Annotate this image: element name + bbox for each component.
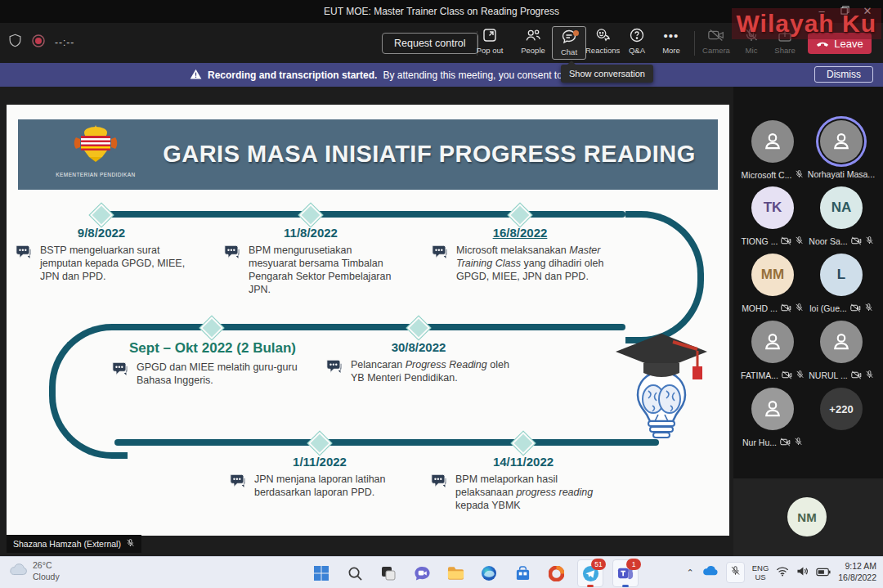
battery-icon[interactable] [816,565,831,580]
search-icon[interactable] [343,560,367,586]
participant-tile[interactable]: NURUL ... [805,321,877,381]
ministry-label: KEMENTERIAN PENDIDIKAN [51,172,141,177]
speech-bubble-icon [223,244,243,264]
cam-off-icon [781,303,791,314]
participant-tile[interactable]: TKTIONG ... [737,186,809,247]
reactions-icon [585,27,620,45]
cam-off-icon [851,236,862,247]
timeline-node [298,202,323,227]
participant-tile[interactable]: Microsoft C... [737,120,809,181]
participant-tile[interactable]: +220 [805,388,877,430]
screen-share-stage: KEMENTERIAN PENDIDIKAN GARIS MASA INISIA… [0,87,733,556]
participant-tile[interactable]: NANoor Sa... [805,186,877,247]
people-icon [516,27,550,45]
mic-off-icon [795,303,804,314]
mic-off-icon [126,538,135,550]
event-date: 11/8/2022 [223,226,398,240]
microsoft-store-icon[interactable] [510,560,535,586]
participant-tile[interactable]: FATIMA... [737,321,809,381]
show-conversation-tooltip: Show conversation [561,65,653,83]
timeline-curve-right [625,211,704,343]
office-icon[interactable] [544,560,568,586]
participant-tile[interactable]: Nur Hu... [737,388,809,448]
mic-off-icon [865,370,874,381]
cam-off-icon [851,370,862,381]
weather-desc: Cloudy [33,572,60,583]
warning-icon [190,69,202,82]
more-button[interactable]: ••• More [654,27,688,55]
wifi-icon[interactable] [776,565,789,580]
timeline-node [510,430,536,456]
initials-avatar: MM [751,254,794,296]
pop-out-icon [473,27,507,45]
participant-name: loi (Gue... [809,303,847,313]
timeline-event: 11/8/2022BPM mengurusetiakan mesyuarat b… [223,226,398,296]
tray-mic-muted-icon[interactable] [726,562,745,583]
camera-icon [699,27,733,45]
toolbar-divider [694,31,695,56]
speech-bubble-icon [111,361,131,381]
qa-button[interactable]: Q&A [620,27,654,55]
weather-widget[interactable]: 26°C Cloudy [8,560,60,582]
language-switcher[interactable]: ENG US [752,563,769,582]
telegram-badge: 51 [591,559,606,570]
telegram-active-indicator [587,585,594,587]
event-text: BPM mengurusetiakan mesyuarat bersama Ti… [249,244,398,296]
participant-tile[interactable]: Lloi (Gue... [805,254,877,314]
timeline-event: 30/8/2022Pelancaran Progress Reading ole… [325,340,512,384]
edge-browser-icon[interactable] [477,560,501,586]
coat-of-arms-icon [69,124,122,167]
task-view-button[interactable] [376,560,401,586]
ministry-logo: KEMENTERIAN PENDIDIKAN [51,124,141,177]
people-button[interactable]: People [516,27,550,55]
participant-name: FATIMA... [741,370,778,380]
dismiss-button[interactable]: Dismiss [814,66,873,83]
slide-header-band: KEMENTERIAN PENDIDIKAN GARIS MASA INISIA… [18,119,718,190]
mic-off-icon [865,236,874,247]
presenter-name: Shazana Hamzah (External) [13,539,121,549]
event-text: GPGD dan MIEE melatih guru-guru Bahasa I… [137,361,314,387]
timeline-event: 14/11/2022BPM melaporkan hasil pelaksana… [430,455,616,512]
cam-off-icon [781,236,791,247]
tray-time: 9:12 AM [838,561,876,572]
shield-icon [8,33,22,52]
person-avatar-icon [751,388,794,430]
teams-icon[interactable]: 1 [612,559,639,587]
initials-avatar: TK [751,186,794,229]
chat-unread-dot [573,30,579,36]
participant-name: Nur Hu... [742,438,777,447]
chat-app-icon[interactable] [410,560,434,586]
timeline-event: 16/8/2022Microsoft melaksanakan Master T… [431,226,609,283]
participant-name: MOHD ... [742,303,778,313]
start-button[interactable] [309,560,334,586]
file-explorer-icon[interactable] [443,560,468,586]
watermark-text: Wilayah Ku [732,8,881,39]
participant-name: Noor Sa... [809,236,847,246]
banner-title: Recording and transcription started. [208,70,377,81]
event-text: Pelancaran Progress Reading oleh YB Ment… [351,358,512,384]
request-control-button[interactable]: Request control [382,33,478,54]
onedrive-icon[interactable] [701,565,719,580]
qa-icon [620,27,654,45]
presenter-name-tag: Shazana Hamzah (External) [7,535,141,553]
participant-tile[interactable]: MMMOHD ... [737,254,809,314]
self-view-tile[interactable]: NM [733,478,883,556]
timeline-line [114,324,625,330]
participant-name: Norhayati Masa... [808,169,875,179]
windows-taskbar: 26°C Cloudy [0,556,883,588]
pop-out-button[interactable]: Pop out [473,27,507,55]
event-date: 16/8/2022 [431,226,609,240]
chat-button[interactable]: Chat [552,26,586,60]
volume-icon[interactable] [796,565,809,580]
telegram-icon[interactable]: 51 [577,559,603,587]
hidden-icons-chevron[interactable]: ⌃ [686,568,693,578]
clock-widget[interactable]: 9:12 AM 16/8/2022 [838,561,876,583]
self-avatar: NM [787,497,827,536]
event-text: Microsoft melaksanakan Master Training C… [456,244,609,283]
event-date: 1/11/2022 [229,455,410,469]
more-icon: ••• [654,27,688,45]
timeline-node [406,315,431,340]
reactions-button[interactable]: Reactions [585,27,620,55]
participant-name: TIONG ... [742,236,778,246]
participant-tile[interactable]: Norhayati Masa... [805,120,877,179]
